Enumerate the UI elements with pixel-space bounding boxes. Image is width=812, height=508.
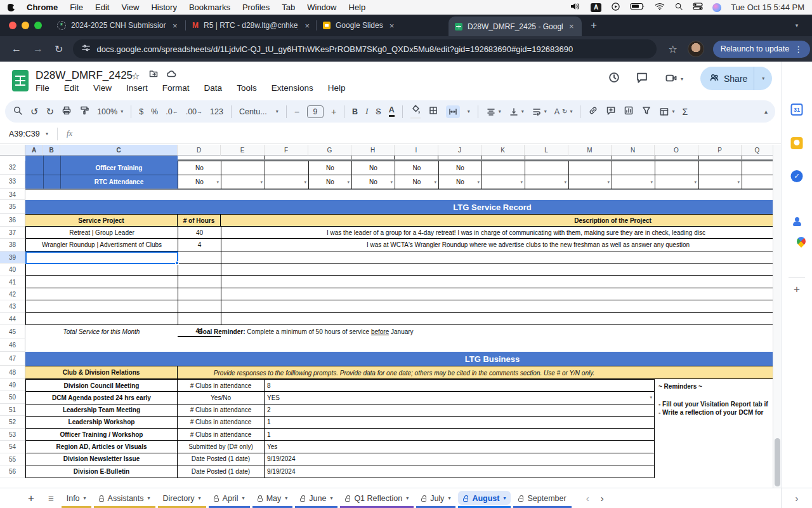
cell-label-52[interactable]: Leadership Workshop [26, 417, 178, 429]
menubar-item-profiles[interactable]: Profiles [242, 3, 270, 12]
cell-L33-dropdown[interactable]: ▾ [525, 175, 569, 189]
browser-menu-kebab-icon[interactable]: ⋮ [794, 44, 802, 54]
browser-tab-2[interactable]: M R5 | RTC - d28w.ltg@cnhkeyc × [186, 15, 316, 36]
cell-value-49[interactable]: 8 [265, 380, 654, 392]
scroll-tabs-right-icon[interactable]: › [595, 493, 610, 504]
cell-label-54[interactable]: Region AD, Articles or Visuals [26, 441, 178, 453]
cell-O33-dropdown[interactable]: ▾ [655, 175, 699, 189]
row-header-36[interactable]: 36 [0, 214, 25, 227]
cell-description-42[interactable] [221, 288, 773, 300]
selection-outline[interactable] [25, 251, 178, 264]
version-history-icon[interactable] [608, 71, 620, 86]
caret-down-icon[interactable]: ▾ [448, 495, 450, 501]
browser-tab-1[interactable]: * 2024-2025 CNH Submission × [51, 15, 185, 36]
apple-icon[interactable] [8, 4, 15, 11]
font-select[interactable]: Centu...▾ [239, 107, 278, 116]
column-header-A[interactable]: A [25, 145, 43, 156]
row-header-41[interactable]: 41 [0, 276, 25, 288]
play-status-icon[interactable] [611, 2, 620, 13]
tab-close-icon[interactable]: × [569, 22, 574, 31]
battery-icon[interactable] [630, 3, 645, 12]
search-menus-icon[interactable] [13, 105, 23, 117]
format-percent-button[interactable]: % [151, 107, 158, 116]
create-filter-icon[interactable] [641, 105, 652, 117]
reminders-block[interactable]: ~ Reminders ~ - Fill out your Visitation… [657, 379, 773, 478]
menubar-item-history[interactable]: History [151, 3, 176, 12]
strikethrough-button[interactable]: S [376, 107, 381, 116]
dropdown-caret-icon[interactable]: ▾ [390, 180, 393, 185]
caret-down-icon[interactable]: ▾ [199, 495, 201, 501]
cell-prompt-50[interactable]: Yes/No [178, 392, 265, 404]
sheet-tab-september[interactable]: September [512, 488, 572, 508]
row-header-55[interactable]: 55 [0, 453, 25, 465]
row-header-42[interactable]: 42 [0, 288, 25, 300]
caret-down-icon[interactable]: ▾ [406, 495, 409, 501]
merge-cells-button-active[interactable] [446, 105, 460, 118]
column-header-F[interactable]: F [265, 145, 308, 156]
cell-description-40[interactable] [221, 264, 773, 276]
cell-Q33[interactable] [742, 175, 773, 189]
row-header-56[interactable]: 56 [0, 465, 25, 478]
column-header-P[interactable]: P [698, 145, 742, 156]
menu-file[interactable]: File [36, 83, 49, 93]
cell-goal-reminder[interactable]: Goal Reminder: Complete a minimum of 50 … [198, 325, 414, 338]
sheet-tab-directory[interactable]: Directory▾ [157, 488, 207, 508]
browser-tab-3[interactable]: Google Slides × [317, 15, 443, 36]
scrollbar-thumb[interactable] [775, 438, 780, 486]
menu-help[interactable]: Help [328, 83, 346, 93]
italic-button[interactable]: I [365, 107, 368, 116]
window-zoom-button[interactable] [34, 22, 42, 29]
cell-E32[interactable] [221, 161, 265, 175]
cell-label-49[interactable]: Division Council Meeting [26, 380, 178, 392]
siri-icon[interactable] [712, 3, 721, 12]
font-size-input[interactable]: 9 [307, 105, 324, 118]
share-dropdown[interactable]: ▾ [754, 67, 772, 90]
spotlight-icon[interactable] [674, 2, 683, 13]
cell-hours-40[interactable] [178, 264, 221, 276]
sheet-tab-april[interactable]: April▾ [207, 488, 251, 508]
all-sheets-button[interactable]: ≡ [48, 493, 54, 504]
cell-hours-38[interactable]: 4 [178, 239, 221, 251]
cell-H33-dropdown[interactable]: No▾ [352, 175, 395, 189]
column-header-N[interactable]: N [612, 145, 655, 156]
menu-format[interactable]: Format [162, 83, 190, 93]
caret-down-icon[interactable]: ▾ [330, 495, 332, 501]
header-service-project[interactable]: Service Project [25, 215, 178, 226]
cell-hours-37[interactable]: 40 [178, 227, 221, 239]
reload-button[interactable]: ↻ [55, 43, 63, 55]
get-addons-button[interactable]: + [794, 283, 800, 296]
row-header-48[interactable]: 48 [0, 366, 25, 379]
cell-M32[interactable] [569, 161, 612, 175]
cell-project-43[interactable] [26, 300, 178, 312]
caret-down-icon[interactable]: ▾ [84, 495, 86, 501]
cell-prompt-52[interactable]: # Clubs in attendance [178, 417, 265, 429]
menubar-item-window[interactable]: Window [307, 3, 336, 12]
dropdown-caret-icon[interactable]: ▾ [477, 180, 480, 185]
column-header-L[interactable]: L [525, 145, 568, 156]
cell-prompt-51[interactable]: # Clubs in attendance [178, 404, 265, 417]
menubar-item-tab[interactable]: Tab [282, 3, 295, 12]
column-header-I[interactable]: I [395, 145, 438, 156]
address-bar[interactable]: docs.google.com/spreadsheets/d/1LjdvlC-Q… [73, 39, 657, 58]
cell-K33-dropdown[interactable]: ▾ [482, 175, 525, 189]
paint-format-icon[interactable] [79, 105, 89, 117]
cell-description-39[interactable] [221, 251, 773, 264]
keep-icon[interactable] [791, 137, 803, 149]
column-header-D[interactable]: D [178, 145, 221, 156]
row-header-39[interactable]: 39 [0, 251, 25, 264]
cell-H32[interactable]: No [352, 161, 395, 175]
cell-hours-43[interactable] [178, 300, 221, 312]
cell-value-53[interactable]: 1 [265, 429, 654, 441]
column-header-Q[interactable]: Q [742, 145, 773, 156]
menubar-item-view[interactable]: View [121, 3, 139, 12]
vertical-align-button[interactable]: ▾ [509, 107, 524, 117]
name-box-caret-icon[interactable]: ▾ [46, 131, 48, 137]
vertical-scrollbar[interactable] [773, 145, 781, 488]
dropdown-caret-icon[interactable]: ▾ [216, 180, 219, 185]
cell-value-50-dropdown[interactable]: YES▾ [265, 392, 654, 404]
cell-value-55[interactable]: 9/19/2024 [265, 453, 654, 465]
menu-data[interactable]: Data [204, 83, 223, 93]
tab-close-icon[interactable]: × [173, 21, 178, 30]
dropdown-caret-icon[interactable]: ▾ [564, 180, 566, 185]
print-icon[interactable] [62, 105, 72, 117]
